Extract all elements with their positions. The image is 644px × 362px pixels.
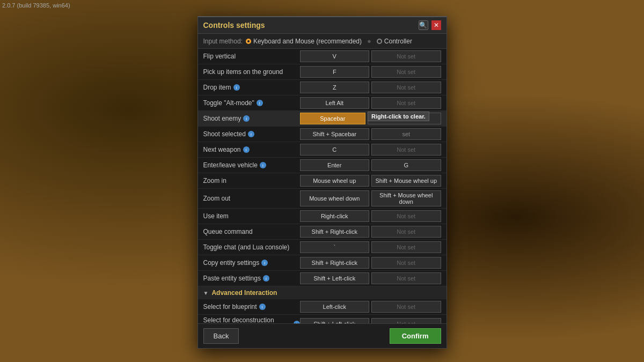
secondary-key-btn[interactable]: Not set xyxy=(368,113,441,124)
key-binding: Shift + Spacebar set xyxy=(300,128,441,140)
radio-label-controller: Controller xyxy=(384,38,412,45)
keybind-row-drop-item: Drop item i Z Not set xyxy=(198,80,447,95)
confirm-button[interactable]: Confirm xyxy=(390,328,441,344)
primary-key-btn[interactable]: Left-click xyxy=(300,301,370,313)
primary-key-btn[interactable]: Left Alt xyxy=(300,97,370,109)
secondary-key-btn[interactable]: Not set xyxy=(371,97,441,109)
secondary-key-btn[interactable]: Not set xyxy=(371,257,441,269)
action-label: Select for blueprint i xyxy=(203,303,300,311)
keybind-row-zoom-out: Zoom out Mouse wheel down Shift + Mouse … xyxy=(198,189,447,209)
keybind-row-shoot-selected: Shoot selected i Shift + Spacebar set xyxy=(198,127,447,142)
back-button[interactable]: Back xyxy=(203,328,239,344)
primary-key-btn[interactable]: F xyxy=(300,66,370,78)
secondary-key-btn[interactable]: Not set xyxy=(371,66,441,78)
secondary-key-btn[interactable]: Not set xyxy=(371,210,441,222)
secondary-key-btn[interactable]: Not set xyxy=(371,301,441,313)
controls-settings-dialog: Controls settings 🔍 ✕ Input method: Keyb… xyxy=(197,16,447,349)
info-icon[interactable]: i xyxy=(259,304,266,310)
radio-controller[interactable]: Controller xyxy=(377,38,412,45)
key-binding: Enter G xyxy=(300,159,441,171)
dialog-title: Controls settings xyxy=(203,21,265,29)
secondary-key-btn[interactable]: Shift + Mouse wheel down xyxy=(371,190,441,206)
keybind-row-copy-entity: Copy entity settings i Shift + Right-cli… xyxy=(198,255,447,271)
secondary-key-btn[interactable]: Not set xyxy=(371,50,441,62)
primary-key-btn[interactable]: Shift + Left-click xyxy=(300,272,370,284)
key-binding: C Not set xyxy=(300,144,441,156)
info-icon[interactable]: i xyxy=(261,260,268,266)
keybind-row-use-item: Use item Right-click Not set xyxy=(198,209,447,224)
primary-key-btn[interactable]: Z xyxy=(300,82,370,93)
key-binding: V Not set xyxy=(300,50,441,62)
primary-key-btn[interactable]: Shift + Spacebar xyxy=(300,128,370,140)
key-binding: Shift + Left-click Not set xyxy=(300,318,441,323)
primary-key-btn[interactable]: ` xyxy=(300,241,370,253)
action-label: Toggle chat (and Lua console) xyxy=(203,243,300,251)
secondary-key-btn[interactable]: set xyxy=(371,128,441,140)
radio-dot-keyboard xyxy=(246,39,251,44)
action-label: Next weapon i xyxy=(203,146,300,153)
action-label: Drop item i xyxy=(203,84,300,91)
info-icon[interactable]: i xyxy=(233,84,240,91)
section-advanced-interaction[interactable]: ▼ Advanced Interaction xyxy=(198,286,447,299)
action-label: Zoom in xyxy=(203,177,300,184)
keybind-row-flip-vertical: Flip vertical V Not set xyxy=(198,49,447,64)
primary-key-btn[interactable]: Mouse wheel up xyxy=(300,175,370,187)
info-icon[interactable]: i xyxy=(263,275,269,282)
info-icon[interactable]: i xyxy=(260,162,266,168)
keybind-row-alt-mode: Toggle "Alt-mode" i Left Alt Not set xyxy=(198,95,447,111)
key-binding: Left-click Not set xyxy=(300,301,441,313)
dialog-title-bar: Controls settings 🔍 ✕ xyxy=(198,17,447,34)
search-button[interactable]: 🔍 xyxy=(419,20,428,30)
action-label: Shoot selected i xyxy=(203,130,300,138)
action-label: Toggle "Alt-mode" i xyxy=(203,99,300,107)
secondary-key-btn[interactable]: G xyxy=(371,159,441,171)
primary-key-btn[interactable]: Shift + Right-click xyxy=(300,226,370,238)
key-binding: Shift + Right-click Not set xyxy=(300,226,441,238)
keybind-row-select-blueprint: Select for blueprint i Left-click Not se… xyxy=(198,299,447,315)
keybind-row-pickup: Pick up items on the ground F Not set xyxy=(198,64,447,80)
action-label: Queue command xyxy=(203,228,300,235)
primary-key-btn[interactable]: Mouse wheel down xyxy=(300,190,370,206)
primary-key-btn[interactable]: C xyxy=(300,144,370,156)
action-label: Enter/leave vehicle i xyxy=(203,161,300,169)
secondary-key-btn[interactable]: Not set xyxy=(371,241,441,253)
secondary-key-btn[interactable]: Not set xyxy=(371,272,441,284)
primary-key-btn[interactable]: Shift + Right-click xyxy=(300,257,370,269)
primary-key-btn[interactable]: Right-click xyxy=(300,210,370,222)
keybind-row-queue-command: Queue command Shift + Right-click Not se… xyxy=(198,224,447,240)
key-binding: Shift + Left-click Not set xyxy=(300,272,441,284)
action-label: Copy entity settings i xyxy=(203,259,300,267)
info-icon[interactable]: i xyxy=(248,131,254,137)
keybind-row-vehicle: Enter/leave vehicle i Enter G xyxy=(198,158,447,173)
keybind-list[interactable]: Flip vertical V Not set Pick up items on… xyxy=(198,49,447,323)
keybind-row-next-weapon: Next weapon i C Not set xyxy=(198,142,447,158)
secondary-key-btn[interactable]: Shift + Mouse wheel up xyxy=(371,175,441,187)
info-icon[interactable]: i xyxy=(243,115,250,122)
radio-label-keyboard: Keyboard and Mouse (recommended) xyxy=(253,38,362,45)
dialog-footer: Back Confirm xyxy=(198,323,447,348)
key-binding: ` Not set xyxy=(300,241,441,253)
primary-key-btn[interactable]: V xyxy=(300,50,370,62)
action-label: Shoot enemy i xyxy=(203,115,300,122)
primary-key-wrapper: Spacebar Right-click to clear. xyxy=(300,113,366,124)
keybind-row-toggle-chat: Toggle chat (and Lua console) ` Not set xyxy=(198,240,447,255)
key-binding: Mouse wheel down Shift + Mouse wheel dow… xyxy=(300,190,441,206)
secondary-key-btn[interactable]: Not set xyxy=(371,226,441,238)
secondary-key-btn[interactable]: Not set xyxy=(371,82,441,93)
secondary-key-btn[interactable]: Not set xyxy=(371,318,441,323)
secondary-key-btn[interactable]: Not set xyxy=(371,144,441,156)
action-label: Select for deconstruction cancellation i xyxy=(203,316,300,323)
primary-key-btn[interactable]: Spacebar xyxy=(300,113,366,124)
action-label: Paste entity settings i xyxy=(203,275,300,282)
radio-keyboard[interactable]: Keyboard and Mouse (recommended) xyxy=(246,38,362,45)
info-icon[interactable]: i xyxy=(243,146,250,153)
close-button[interactable]: ✕ xyxy=(431,20,441,30)
primary-key-btn[interactable]: Enter xyxy=(300,159,370,171)
action-label: Flip vertical xyxy=(203,53,300,60)
info-icon[interactable]: i xyxy=(257,100,263,106)
action-label: Use item xyxy=(203,212,300,220)
action-label: Pick up items on the ground xyxy=(203,68,300,76)
section-header-label: Advanced Interaction xyxy=(211,289,277,297)
key-binding: Mouse wheel up Shift + Mouse wheel up xyxy=(300,175,441,187)
primary-key-btn[interactable]: Shift + Left-click xyxy=(300,318,370,323)
